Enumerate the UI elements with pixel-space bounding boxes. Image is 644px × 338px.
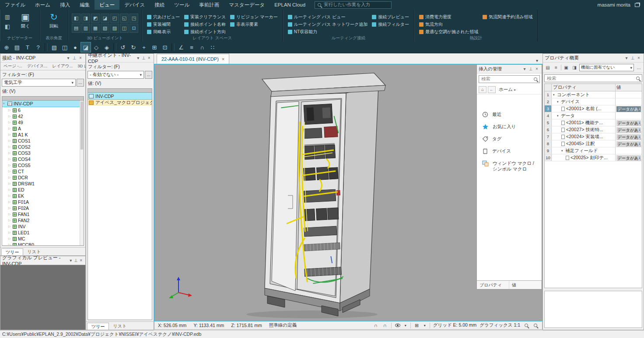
expander-icon[interactable]: ▷ (8, 243, 11, 246)
expander-icon[interactable]: ▷ (8, 182, 11, 185)
insert-item-tags[interactable]: タグ (477, 133, 542, 145)
menu-item[interactable]: ツール (169, 0, 194, 10)
navigator-tab[interactable]: レイアウ... (50, 63, 75, 70)
rotate-left-icon[interactable]: ↺ (118, 42, 128, 52)
sphere-3d-icon[interactable]: ● (70, 42, 80, 52)
bottom-tab[interactable]: ツリー (87, 323, 109, 330)
navigator-tab[interactable]: ページ -... (1, 63, 24, 70)
ribbon-button[interactable]: 接続プレビュー (371, 13, 410, 21)
toolbar-icon[interactable] (172, 43, 175, 51)
property-row[interactable]: 2 デバイス (545, 98, 642, 105)
text-icon[interactable]: T (23, 42, 32, 52)
angle-measure-icon[interactable]: ∠ (176, 42, 186, 52)
shaded-view-icon[interactable]: ◪ (81, 42, 91, 52)
column-property[interactable]: プロパティ (552, 84, 616, 91)
expander-icon[interactable]: ▷ (8, 115, 11, 118)
chevron-down-icon[interactable]: ▾ (423, 322, 427, 329)
close-icon[interactable]: × (534, 65, 540, 73)
tree-item[interactable]: ▷ MCCB0 (2, 242, 84, 246)
menu-item[interactable]: 挿入 (55, 0, 75, 10)
grid-icon[interactable]: ∷ (208, 42, 217, 52)
tree-item[interactable]: ▷ 49 (2, 119, 84, 125)
toolbar-icon[interactable] (45, 43, 48, 51)
document-tab[interactable]: 22-AAA-010-01 (INV-CDP) × (157, 54, 229, 64)
wireframe-view-icon[interactable]: ◇ (91, 42, 101, 52)
close-icon[interactable]: × (146, 54, 152, 63)
filter-select[interactable]: 電気工学▾ (2, 79, 76, 87)
tree-item[interactable]: ▷ COS3 (2, 150, 84, 156)
hidden-line-view-icon[interactable]: ◈ (102, 42, 112, 52)
cylinder-3d-icon[interactable]: ◫ (60, 42, 70, 52)
ribbon-button[interactable]: 実装クリアランス (183, 13, 227, 21)
tree-root-item[interactable]: ▾ INV-CDP (2, 101, 84, 107)
insert-center-icon[interactable]: ⊕ (2, 42, 11, 52)
function-filter-select[interactable]: 機能に固有でない ▾ (579, 64, 634, 71)
ribbon-button[interactable]: 最適な空調が施された領域 (418, 28, 480, 35)
chevron-down-icon[interactable]: ▾ (522, 65, 528, 73)
zoom-fit-icon[interactable]: ⊡ (160, 42, 170, 52)
viewpoint-icon[interactable]: ◩ (91, 14, 100, 23)
viewpoint-icon[interactable]: ⊡ (130, 24, 138, 33)
expander-icon[interactable]: ▷ (8, 200, 11, 204)
tree-item[interactable]: ▷ CT (2, 168, 84, 174)
menu-item[interactable]: ビュー (94, 0, 119, 10)
expander-icon[interactable]: ▷ (8, 170, 11, 173)
list-item[interactable]: INV-CDP (88, 93, 152, 99)
insert-item-devices[interactable]: デバイス (477, 145, 542, 157)
align-icon[interactable]: ≡ (187, 42, 196, 52)
close-icon[interactable]: × (78, 256, 84, 265)
tree-item[interactable]: ▷ COS2 (2, 144, 84, 150)
grid-toggle-icon[interactable]: ⊞ (414, 322, 420, 329)
expander-icon[interactable]: ▷ (8, 219, 11, 222)
filter-more-button[interactable]: ... (145, 71, 152, 79)
chevron-down-icon[interactable]: ▾ (68, 256, 74, 265)
expander-icon[interactable]: ▷ (8, 145, 11, 149)
close-icon[interactable]: × (636, 54, 642, 63)
viewpoint-icon[interactable]: ◧ (72, 14, 80, 23)
tree-item[interactable]: ▷ F02A (2, 205, 84, 211)
columns-icon[interactable]: ◨ (571, 64, 578, 71)
menu-item[interactable]: 事前計画 (194, 0, 224, 10)
expander-icon[interactable]: ▷ (8, 225, 11, 228)
chevron-down-icon[interactable]: ▾ (623, 54, 630, 63)
expander-icon[interactable]: ▷ (8, 127, 11, 130)
expander-icon[interactable]: ▷ (8, 133, 11, 136)
tree-item[interactable]: ▷ A1 K (2, 132, 84, 138)
viewpoint-icon[interactable]: ◨ (81, 14, 90, 23)
back-icon[interactable]: ← (488, 86, 496, 93)
list-view-icon[interactable]: ≡ (553, 64, 560, 71)
menu-item[interactable]: EPLAN Cloud (270, 0, 310, 10)
viewpoint-icon[interactable]: ◱ (120, 14, 129, 23)
tree-item[interactable]: ▷ INV (2, 223, 84, 230)
tree-item[interactable]: ▷ F01A (2, 199, 84, 205)
expander-icon[interactable]: ▷ (8, 164, 11, 167)
tree-item[interactable]: ▷ COS1 (2, 138, 84, 144)
viewpoint-icon[interactable]: ◰ (110, 14, 119, 23)
chevron-down-icon[interactable]: ▾ (404, 322, 407, 329)
navigator-icon[interactable]: ▥ (4, 13, 11, 20)
property-row[interactable]: 8 <20045> 注釈 データがありま.. (545, 140, 642, 147)
viewpoint-icon[interactable]: ▤ (72, 24, 80, 33)
tab-list-dropdown-icon[interactable]: ▾ (534, 57, 540, 64)
tree-item[interactable]: ▷ FAN2 (2, 217, 84, 223)
ribbon-button[interactable]: 気流方向 (418, 21, 480, 28)
pan-icon[interactable]: + (139, 42, 149, 52)
copy-icon[interactable]: ▣ (563, 64, 570, 71)
insert-item-recent[interactable]: 最近 (477, 108, 542, 121)
property-row[interactable]: 6 <20027> 技術特... データがありま.. (545, 126, 642, 133)
menu-item[interactable]: 接続 (150, 0, 169, 10)
tree-item[interactable]: ▷ MC (2, 236, 84, 242)
command-search-input[interactable]: 実行したい作業を入力 (315, 1, 392, 9)
viewpoint-icon[interactable]: ▥ (81, 24, 90, 33)
snap-alt-icon[interactable]: ∩ (382, 322, 388, 329)
viewpoint-icon[interactable]: ◳ (130, 14, 138, 23)
tree-item[interactable]: ▷ DRSW1 (2, 181, 84, 187)
filter-select[interactable]: - 有効でない -▾ (88, 71, 144, 79)
tree-item[interactable]: ▷ LED1 (2, 230, 84, 236)
menu-item[interactable]: ホーム (30, 0, 55, 10)
pin-icon[interactable]: ⊥ (74, 256, 79, 265)
property-row[interactable]: 4 データ (545, 112, 642, 119)
ribbon-button[interactable]: NT収容能力 (287, 28, 369, 35)
ribbon-button[interactable]: 接続フィルター (371, 21, 410, 28)
window-restore-icon[interactable] (635, 3, 640, 7)
